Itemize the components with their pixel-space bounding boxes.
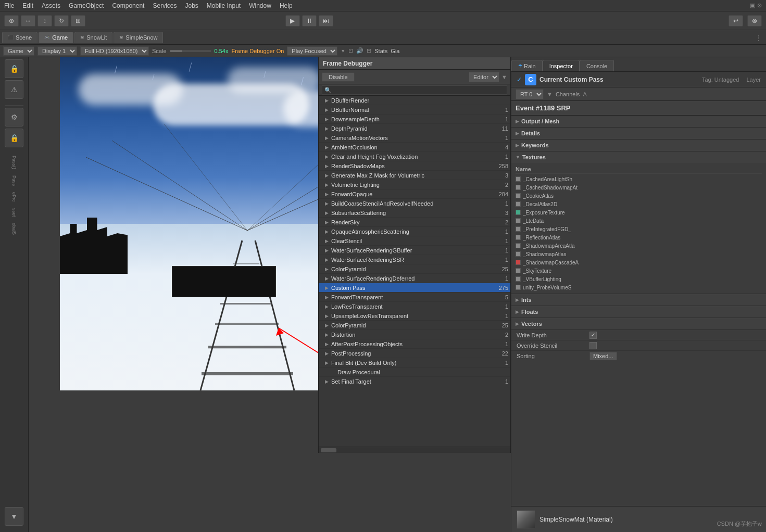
- menu-assets[interactable]: Assets: [42, 2, 60, 9]
- rt-dropdown-arrow[interactable]: ▼: [547, 91, 552, 97]
- menu-edit[interactable]: Edit: [22, 2, 33, 9]
- override-stencil-checkbox[interactable]: [589, 342, 597, 349]
- tab-rain[interactable]: ☂ Rain: [511, 60, 543, 71]
- fd-item[interactable]: ▶ClearStencil1: [319, 236, 510, 246]
- sidebar-item-2[interactable]: 🔒: [5, 129, 23, 147]
- texture-item-7: _PreIntegratedFGD_: [516, 225, 762, 233]
- context-dropdown-arrow[interactable]: ▼: [501, 74, 507, 80]
- gizmos-btn[interactable]: Gia: [391, 48, 399, 54]
- fd-item-count: 2: [493, 332, 508, 338]
- pause-button[interactable]: ⏸: [302, 15, 317, 27]
- transform-tool-1[interactable]: ⊕: [4, 15, 19, 27]
- fd-item[interactable]: ▶OpaqueAtmosphericScattering1: [319, 227, 510, 236]
- context-select[interactable]: Editor: [469, 72, 499, 82]
- fd-item-arrow: ▶: [325, 267, 330, 272]
- sidebar-warning[interactable]: ⚠: [5, 80, 23, 99]
- fd-item-arrow: ▶: [325, 135, 330, 141]
- fd-item[interactable]: ▶ForwardTransparent5: [319, 293, 510, 302]
- sidebar-scroll-down[interactable]: ▼: [5, 507, 23, 526]
- fd-item[interactable]: ▶WaterSurfaceRenderingSSR1: [319, 255, 510, 264]
- fd-item[interactable]: ▶DBufferNormal1: [319, 105, 510, 115]
- fd-item[interactable]: ▶AmbientOcclusion4: [319, 143, 510, 152]
- stats-btn[interactable]: Stats: [374, 48, 387, 54]
- section-details-header[interactable]: ▶ Details: [511, 128, 766, 139]
- fd-item[interactable]: ▶AfterPostProcessingObjects1: [319, 339, 510, 349]
- fd-item[interactable]: ▶UpsampleLowResTransparent1: [319, 311, 510, 321]
- fd-item[interactable]: ▶Clear and Height Fog Voxelization1: [319, 152, 510, 161]
- fd-scrollbar[interactable]: [319, 447, 510, 453]
- write-depth-checkbox[interactable]: ✓: [589, 332, 597, 339]
- fd-item[interactable]: ▶DepthPyramid11: [319, 124, 510, 133]
- sidebar-lock[interactable]: 🔒: [5, 59, 23, 78]
- history-button[interactable]: ⊗: [747, 15, 762, 27]
- display-select[interactable]: Display 1: [37, 46, 77, 56]
- menu-help[interactable]: Help: [280, 2, 293, 9]
- fd-item[interactable]: ▶Final Blit (Dev Build Only)1: [319, 358, 510, 368]
- menu-window[interactable]: Window: [249, 2, 271, 9]
- tab-console[interactable]: Console: [580, 60, 614, 71]
- fd-item[interactable]: ▶Generate Max Z Mask for Volumetric3: [319, 171, 510, 180]
- tabs-menu-btn[interactable]: ⋮: [754, 33, 764, 43]
- fd-item[interactable]: ▶RenderSky2: [319, 218, 510, 227]
- menu-component[interactable]: Component: [112, 2, 144, 9]
- fd-item-label: Set Final Target: [331, 378, 493, 385]
- fd-item[interactable]: ▶CameraMotionVectors1: [319, 133, 510, 143]
- fd-item[interactable]: ▶WaterSurfaceRenderingGBuffer1: [319, 246, 510, 255]
- section-ints-header[interactable]: ▶ Ints: [511, 294, 766, 306]
- tab-simplesnow[interactable]: ❄ SimpleSnow: [114, 32, 163, 43]
- section-floats-header[interactable]: ▶ Floats: [511, 306, 766, 318]
- fd-item[interactable]: ▶Distortion2: [319, 330, 510, 339]
- section-vectors-header[interactable]: ▶ Vectors: [511, 318, 766, 330]
- view-select[interactable]: Game: [3, 46, 34, 56]
- menu-mobile-input[interactable]: Mobile Input: [207, 2, 241, 9]
- fd-item[interactable]: ▶RenderShadowMaps258: [319, 161, 510, 171]
- disable-button[interactable]: Disable: [322, 72, 355, 82]
- fd-item[interactable]: Draw Procedural: [319, 368, 510, 377]
- fd-item[interactable]: ▶BuildCoarseStencilAndResolvelfNeeded1: [319, 199, 510, 208]
- fd-item[interactable]: ▶ColorPyramid25: [319, 264, 510, 274]
- channels-dropdown-arrow[interactable]: A: [583, 91, 586, 97]
- fd-item-arrow: ▶: [325, 304, 330, 309]
- fd-search-input[interactable]: [322, 85, 507, 95]
- fd-item[interactable]: ▶SubsurfaceScattering3: [319, 208, 510, 218]
- event-title: Event #1189 SRP: [516, 104, 571, 112]
- section-output-mesh-header[interactable]: ▶ Output / Mesh: [511, 116, 766, 127]
- undo-button[interactable]: ↩: [729, 15, 743, 27]
- menu-services[interactable]: Services: [153, 2, 177, 9]
- fd-item-arrow: ▶: [325, 313, 330, 319]
- fd-item[interactable]: ▶Volumetric Lighting2: [319, 180, 510, 189]
- step-button[interactable]: ⏭: [319, 15, 333, 27]
- fd-item[interactable]: ▶ColorPyramid25: [319, 321, 510, 330]
- menu-file[interactable]: File: [4, 2, 14, 9]
- transform-tool-2[interactable]: ↔: [21, 15, 35, 27]
- play-button[interactable]: ▶: [285, 15, 300, 27]
- scale-value: 0.54x: [215, 48, 229, 54]
- texture-item-4: _DecalAtlas2D: [516, 200, 762, 208]
- play-mode-select[interactable]: Play Focused: [287, 46, 337, 56]
- transform-tool-3[interactable]: ↕: [37, 15, 52, 27]
- section-keywords-header[interactable]: ▶ Keywords: [511, 140, 766, 151]
- transform-tool-4[interactable]: ↻: [54, 15, 69, 27]
- transform-tool-5[interactable]: ⊞: [71, 15, 85, 27]
- resolution-select[interactable]: Full HD (1920x1080): [80, 46, 149, 56]
- section-textures-header[interactable]: ▼ Textures: [511, 151, 766, 163]
- fd-item[interactable]: ▶Set Final Target1: [319, 377, 510, 386]
- tab-inspector[interactable]: Inspector: [543, 60, 580, 71]
- fd-item[interactable]: ▶DownsampleDepth1: [319, 115, 510, 124]
- tab-snowlit[interactable]: ❄ SnowLit: [74, 32, 112, 43]
- fd-item[interactable]: ▶LowResTransparent1: [319, 302, 510, 311]
- fd-item[interactable]: ▶PostProcessing22: [319, 349, 510, 358]
- menu-gameobject[interactable]: GameObject: [69, 2, 104, 9]
- sidebar-item-1[interactable]: ⚙: [5, 108, 23, 126]
- tab-scene[interactable]: ⬛ Scene: [2, 32, 37, 43]
- menu-jobs[interactable]: Jobs: [185, 2, 198, 9]
- fd-item[interactable]: ▶ForwardOpaque284: [319, 189, 510, 199]
- fd-item-arrow: ▶: [325, 201, 330, 206]
- fd-item[interactable]: ▶DBufferRender: [319, 96, 510, 105]
- texture-name-1: _CachedAreaLightSh: [523, 176, 572, 182]
- rt-select[interactable]: RT 0: [516, 89, 544, 99]
- tab-game[interactable]: 🎮 Game: [39, 32, 73, 43]
- fd-item[interactable]: ▶WaterSurfaceRenderingDeferred1: [319, 274, 510, 283]
- fd-item[interactable]: ▶Custom Pass275: [319, 283, 510, 293]
- section-floats: ▶ Floats: [511, 306, 766, 318]
